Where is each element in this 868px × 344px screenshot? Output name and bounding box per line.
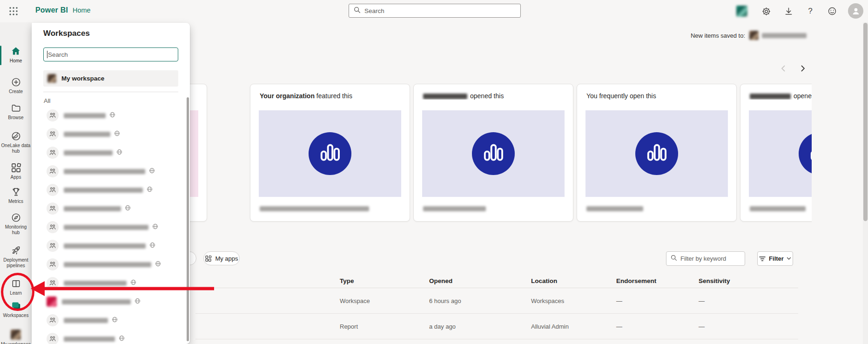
- sidebar-item-label: Home: [10, 58, 22, 64]
- browse-folder-icon: [10, 102, 21, 114]
- globe-icon: [149, 242, 155, 250]
- card-thumbnail: [422, 110, 565, 197]
- workspace-list-item[interactable]: [32, 292, 186, 311]
- sidebar-item-deployment-pipelines[interactable]: Deployment pipelines: [0, 245, 32, 269]
- workspace-list-item[interactable]: [32, 106, 186, 125]
- endorsement-cell: —: [616, 323, 699, 330]
- sidebar-item-label: Learn: [10, 290, 22, 296]
- account-avatar[interactable]: [848, 3, 863, 19]
- workspace-list-item[interactable]: [32, 311, 186, 330]
- recommended-card[interactable]: Your organization featured this: [250, 84, 410, 222]
- left-nav-rail: HomeCreateBrowseOneLake data hubAppsMetr…: [0, 22, 32, 344]
- carousel-next-icon[interactable]: [798, 63, 808, 74]
- sidebar-item-learn[interactable]: Learn: [0, 278, 32, 296]
- app-launcher-waffle-icon[interactable]: [8, 6, 19, 16]
- workspace-list-item[interactable]: [32, 143, 186, 162]
- my-workspace-item[interactable]: My workspace: [43, 70, 178, 87]
- people-icon: [47, 165, 59, 177]
- carousel-prev-icon[interactable]: [778, 63, 788, 74]
- card-footer: [577, 196, 736, 221]
- people-icon: [47, 240, 59, 252]
- workspace-name-redacted: [64, 281, 127, 286]
- people-icon: [47, 221, 59, 233]
- breadcrumb[interactable]: Home: [73, 7, 91, 14]
- workspace-list: [32, 106, 186, 344]
- search-icon: [354, 7, 361, 15]
- apps-icon: [205, 255, 212, 262]
- column-header-opened[interactable]: Opened: [429, 277, 531, 284]
- my-apps-button[interactable]: My apps: [203, 251, 240, 265]
- sidebar-item-label: Deployment pipelines: [1, 257, 31, 269]
- sidebar-item-onelake-data-hub[interactable]: OneLake data hub: [0, 130, 32, 154]
- sidebar-item-label: Monitoring hub: [1, 224, 31, 236]
- workspace-list-item[interactable]: [32, 274, 186, 292]
- workspace-name-redacted: [64, 206, 121, 211]
- card-footer: [740, 196, 812, 221]
- sidebar-item-monitoring-hub[interactable]: Monitoring hub: [0, 212, 32, 236]
- settings-gear-icon[interactable]: [760, 6, 772, 17]
- workspace-list-item[interactable]: [32, 236, 186, 255]
- people-icon: [47, 333, 59, 344]
- global-search-input[interactable]: Search: [349, 4, 521, 18]
- globe-icon: [147, 186, 153, 194]
- top-app-bar: Power BI Home Search ?: [0, 0, 868, 22]
- card-footer: [414, 196, 573, 221]
- people-icon: [47, 258, 59, 270]
- sidebar-item-browse[interactable]: Browse: [0, 102, 32, 121]
- deployment-rocket-icon: [10, 245, 21, 256]
- text-caret: [47, 51, 47, 58]
- recommended-card[interactable]: opened: [740, 84, 812, 222]
- recommended-card[interactable]: opened this: [413, 84, 573, 222]
- workspace-list-item[interactable]: [32, 330, 186, 344]
- recommended-card[interactable]: You frequently open this: [577, 84, 737, 222]
- sidebar-item-apps[interactable]: Apps: [0, 162, 32, 180]
- table-row[interactable]: Workspace6 hours agoWorkspaces——: [195, 288, 798, 314]
- sidebar-item-metrics[interactable]: Metrics: [0, 186, 32, 204]
- product-blurred-icon[interactable]: [736, 6, 747, 17]
- feedback-smiley-icon[interactable]: [827, 6, 838, 17]
- workspace-image-red-icon: [47, 297, 57, 307]
- sensitivity-cell: —: [699, 323, 798, 330]
- help-icon[interactable]: ?: [805, 6, 816, 17]
- bar-chart-icon: [481, 141, 505, 167]
- filter-keyword-input[interactable]: Filter by keyword: [666, 251, 745, 266]
- type-cell: Report: [340, 323, 429, 330]
- globe-icon: [152, 223, 158, 231]
- workspace-name-redacted: [62, 299, 131, 304]
- flyout-scrollbar[interactable]: [187, 97, 189, 341]
- chevron-down-icon: [787, 257, 791, 260]
- workspace-list-item[interactable]: [32, 125, 186, 143]
- workspace-list-item[interactable]: [32, 162, 186, 181]
- sidebar-item-home[interactable]: Home: [0, 46, 32, 64]
- bar-chart-icon: [318, 141, 342, 167]
- sidebar-item-my-workspace[interactable]: My workspace: [0, 329, 32, 344]
- sidebar-item-workspaces[interactable]: Workspaces: [0, 300, 32, 318]
- saved-to-label: New items saved to:: [691, 32, 745, 39]
- globe-icon: [135, 297, 141, 306]
- workspace-search-input[interactable]: Search: [43, 47, 178, 61]
- sidebar-item-create[interactable]: Create: [0, 76, 32, 94]
- people-icon: [47, 202, 59, 215]
- workspace-list-item[interactable]: [32, 255, 186, 274]
- globe-icon: [119, 335, 125, 343]
- recent-items-table: TypeOpenedLocationEndorsementSensitivity…: [195, 274, 798, 339]
- section-label-all: All: [44, 97, 50, 104]
- globe-icon: [116, 148, 122, 157]
- page-scrollbar-thumb[interactable]: [863, 23, 868, 221]
- location-cell: Workspaces: [531, 297, 616, 304]
- table-row[interactable]: Reporta day agoAlluvial Admin——: [195, 314, 798, 339]
- filter-button[interactable]: Filter: [757, 251, 793, 266]
- column-header-sensitivity[interactable]: Sensitivity: [699, 277, 798, 284]
- column-header-endorsement[interactable]: Endorsement: [616, 277, 699, 284]
- apps-icon: [10, 162, 21, 173]
- download-icon[interactable]: [783, 6, 794, 17]
- workspace-list-item[interactable]: [32, 199, 186, 218]
- type-cell: Workspace: [340, 297, 429, 304]
- sidebar-item-label: Browse: [8, 115, 23, 121]
- column-header-location[interactable]: Location: [531, 277, 616, 284]
- my-workspace-label: My workspace: [61, 75, 104, 82]
- workspace-search-placeholder: Search: [48, 51, 68, 58]
- workspace-list-item[interactable]: [32, 218, 186, 236]
- column-header-type[interactable]: Type: [340, 277, 429, 284]
- workspace-list-item[interactable]: [32, 181, 186, 199]
